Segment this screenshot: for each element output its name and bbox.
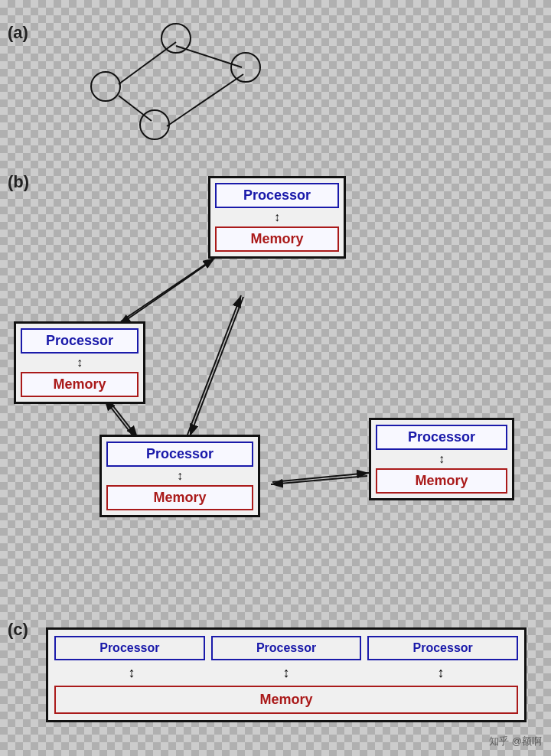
node-top-arrow: ↕ [274, 211, 280, 223]
node-bottom-processor: Processor [106, 442, 253, 467]
proc-c-3: Processor [367, 636, 518, 660]
node-bottom: Processor ↕ Memory [99, 435, 260, 517]
section-b-label: (b) [8, 172, 29, 192]
arrow-c-3: ↕ [364, 665, 518, 681]
processors-row: Processor Processor Processor [54, 636, 518, 660]
section-a-label: (a) [8, 23, 28, 43]
svg-line-4 [167, 74, 243, 126]
section-c-box: Processor Processor Processor ↕ ↕ ↕ Memo… [46, 627, 527, 722]
node-left-memory: Memory [21, 372, 139, 397]
svg-line-6 [119, 260, 213, 325]
node-right-processor: Processor [376, 425, 507, 450]
arrows-row-c: ↕ ↕ ↕ [54, 665, 518, 681]
svg-line-8 [190, 297, 243, 436]
node-left: Processor ↕ Memory [14, 321, 145, 404]
graph-node-left [90, 71, 121, 102]
node-top: Processor ↕ Memory [208, 176, 346, 259]
arrow-c-1: ↕ [54, 665, 209, 681]
node-left-arrow: ↕ [77, 357, 83, 369]
proc-c-1: Processor [54, 636, 205, 660]
arrow-c-2: ↕ [209, 665, 364, 681]
svg-line-13 [271, 476, 367, 484]
svg-line-9 [187, 295, 241, 435]
node-right-memory: Memory [376, 468, 507, 494]
svg-line-7 [121, 258, 215, 321]
section-c-label: (c) [8, 620, 28, 640]
node-bottom-arrow: ↕ [177, 470, 183, 482]
node-right-arrow: ↕ [439, 453, 445, 465]
proc-c-2: Processor [211, 636, 362, 660]
node-top-processor: Processor [215, 183, 339, 208]
watermark: 知乎 @额啊 [489, 735, 542, 748]
svg-line-12 [272, 473, 369, 482]
graph-node-bottom [139, 109, 170, 140]
svg-line-11 [104, 399, 136, 440]
graph-node-top [161, 23, 191, 54]
node-left-processor: Processor [21, 328, 139, 354]
page-content: (a) (b) Processor ↕ Memory Processor ↕ M… [0, 0, 551, 756]
node-top-memory: Memory [215, 226, 339, 252]
node-bottom-memory: Memory [106, 485, 253, 510]
graph-node-right [230, 52, 261, 83]
node-right: Processor ↕ Memory [369, 418, 514, 500]
mem-c-shared: Memory [54, 686, 518, 714]
